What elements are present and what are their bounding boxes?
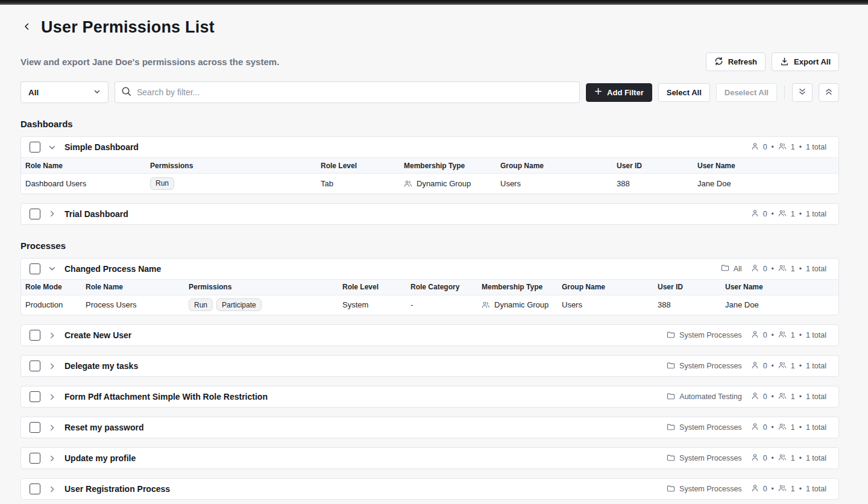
bullet-separator: • <box>799 143 802 151</box>
chevron-down-icon[interactable] <box>48 265 56 273</box>
chevron-down-icon <box>93 87 101 98</box>
group-meta: System Processes 0 • 1 • 1 total <box>667 361 830 371</box>
group-row[interactable]: Simple Dashboard 0 • 1 • 1 total <box>21 137 838 157</box>
group-count: 1 <box>791 485 795 493</box>
select-all-label: Select All <box>667 88 702 97</box>
user-count: 0 <box>763 423 767 432</box>
group-category-label: System Processes <box>679 454 742 462</box>
add-filter-button[interactable]: Add Filter <box>586 83 652 102</box>
table-row: Dashboard UsersRunTab Dynamic GroupUsers… <box>21 174 839 194</box>
total-count: 1 total <box>806 265 826 273</box>
group-row[interactable]: Delegate my tasks System Processes 0 • 1 <box>21 356 838 376</box>
user-icon <box>751 423 759 432</box>
users-group-icon <box>778 484 787 494</box>
group-card: Delegate my tasks System Processes 0 • 1 <box>20 355 839 377</box>
cell: Production <box>21 295 81 315</box>
total-count: 1 total <box>806 454 826 462</box>
user-icon <box>751 142 759 152</box>
bullet-separator: • <box>799 454 802 462</box>
refresh-label: Refresh <box>728 57 757 66</box>
total-count: 1 total <box>806 392 826 401</box>
group-row[interactable]: Form Pdf Attachment Simple With Role Res… <box>21 386 838 407</box>
user-icon <box>751 361 759 371</box>
bullet-separator: • <box>772 454 774 462</box>
column-header: Group Name <box>495 158 612 174</box>
chevron-right-icon[interactable] <box>48 362 56 370</box>
chevron-right-icon[interactable] <box>48 392 56 401</box>
group-checkbox[interactable] <box>30 361 40 371</box>
bullet-separator: • <box>772 485 774 493</box>
group-checkbox[interactable] <box>30 484 40 494</box>
chevron-right-icon[interactable] <box>48 485 56 493</box>
user-icon <box>751 392 759 402</box>
chevron-right-icon[interactable] <box>48 331 56 339</box>
user-count: 0 <box>763 210 767 218</box>
group-count: 1 <box>791 362 795 370</box>
expand-all-button[interactable] <box>792 83 813 102</box>
group-checkbox[interactable] <box>30 330 40 341</box>
group-row[interactable]: Update my profile System Processes 0 • 1 <box>21 448 838 468</box>
group-count: 1 <box>791 423 795 432</box>
group-checkbox[interactable] <box>30 453 40 464</box>
user-count: 0 <box>763 485 767 493</box>
group-checkbox[interactable] <box>30 422 40 433</box>
group-card: Form Pdf Attachment Simple With Role Res… <box>20 386 839 408</box>
group-name: Update my profile <box>64 453 136 463</box>
back-button[interactable] <box>20 21 34 34</box>
group-card: Create New User System Processes 0 • 1 • <box>20 324 839 346</box>
group-count: 1 <box>791 210 795 218</box>
group-checkbox[interactable] <box>30 263 40 274</box>
group-category-label: Automated Testing <box>679 392 741 401</box>
group-row[interactable]: Reset my password System Processes 0 • 1 <box>21 417 838 438</box>
download-icon <box>780 57 789 68</box>
total-count: 1 total <box>806 423 826 432</box>
folder-icon <box>667 392 675 402</box>
user-count: 0 <box>763 362 767 370</box>
user-icon <box>751 484 759 494</box>
chevron-right-icon[interactable] <box>48 423 56 432</box>
column-header: Role Mode <box>21 279 81 295</box>
folder-icon <box>667 362 675 371</box>
cell: System <box>338 295 406 315</box>
collapse-all-button[interactable] <box>819 83 839 102</box>
group-row[interactable]: Changed Process Name All 0 • 1 • <box>21 259 838 279</box>
group-card: Changed Process Name All 0 • 1 • <box>20 258 839 316</box>
section-title: Dashboards <box>20 119 839 129</box>
user-icon <box>751 453 759 463</box>
deselect-all-button[interactable]: Deselect All <box>716 83 777 102</box>
filter-type-select[interactable]: All <box>20 81 108 103</box>
search-input[interactable] <box>137 87 573 97</box>
page-subtitle: View and export Jane Doe's permissions a… <box>20 57 279 67</box>
users-group-icon <box>778 423 787 432</box>
group-row[interactable]: User Registration Process System Process… <box>21 479 838 499</box>
column-header: Membership Type <box>477 279 557 295</box>
group-row[interactable]: Trial Dashboard 0 • 1 • 1 total <box>21 204 838 224</box>
select-all-button[interactable]: Select All <box>658 83 710 102</box>
bullet-separator: • <box>772 143 774 151</box>
cell: Users <box>495 174 612 194</box>
chevron-down-icon[interactable] <box>48 143 56 151</box>
export-all-button[interactable]: Export All <box>772 52 839 71</box>
cell: Dynamic Group <box>399 174 495 194</box>
bullet-separator: • <box>799 423 802 432</box>
refresh-button[interactable]: Refresh <box>706 52 766 71</box>
group-meta: System Processes 0 • 1 • 1 total <box>667 423 830 432</box>
column-header: Group Name <box>557 279 653 295</box>
deselect-all-label: Deselect All <box>725 88 769 97</box>
users-group-icon <box>404 180 412 187</box>
group-checkbox[interactable] <box>30 142 40 153</box>
plus-icon <box>594 87 602 97</box>
group-row[interactable]: Create New User System Processes 0 • 1 • <box>21 325 838 345</box>
group-category-label: System Processes <box>679 485 742 493</box>
group-checkbox[interactable] <box>30 391 40 402</box>
group-checkbox[interactable] <box>30 209 40 219</box>
group-category-label: System Processes <box>679 331 742 339</box>
users-group-icon <box>778 392 787 402</box>
permission-badge: Participate <box>216 298 262 311</box>
permission-badge: Run <box>150 177 174 190</box>
chevron-right-icon[interactable] <box>48 210 56 218</box>
cell: 388 <box>653 295 720 315</box>
chevron-right-icon[interactable] <box>48 454 56 462</box>
group-meta: System Processes 0 • 1 • 1 total <box>667 330 830 340</box>
column-header: User Name <box>720 279 839 295</box>
